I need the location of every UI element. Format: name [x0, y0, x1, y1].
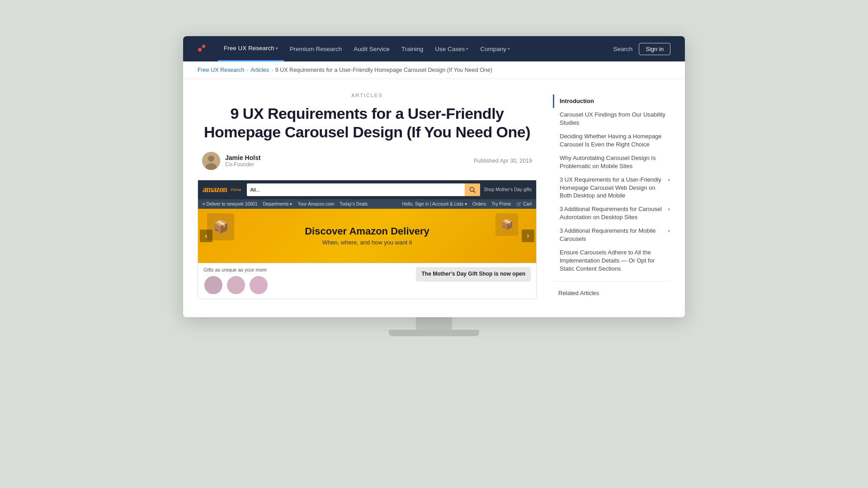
- table-of-contents: Introduction Carousel UX Findings from O…: [553, 93, 670, 299]
- logo-dot: [202, 45, 205, 48]
- avatar-image: [202, 152, 220, 170]
- toc-item-label: 3 UX Requirements for a User-Friendly Ho…: [560, 176, 665, 200]
- nav-link-label: Training: [401, 46, 423, 52]
- amazon-search-button: [465, 183, 480, 196]
- amazon-search-input[interactable]: [247, 183, 465, 196]
- monitor-frame: Baymard Institute Free UX Research ▾ Pre…: [183, 36, 685, 317]
- amazon-topbar: amazon Prime Shop Mother's Day gifts: [198, 180, 536, 199]
- author-info: Jamie Holst Co-Founder: [202, 152, 261, 170]
- toc-item-ensure-carousels[interactable]: Ensure Carousels Adhere to All the Imple…: [553, 246, 670, 276]
- amazon-shop-promo: Shop Mother's Day gifts: [484, 187, 532, 192]
- toc-item-label: Deciding Whether Having a Homepage Carou…: [560, 132, 670, 149]
- toc-divider: [553, 281, 670, 282]
- author-name: Jamie Holst: [225, 154, 261, 161]
- nav-link-premium-research[interactable]: Premium Research: [284, 36, 348, 61]
- chevron-down-icon: ▾: [668, 206, 670, 213]
- toc-item-label: 3 Additional Requirements for Mobile Car…: [560, 227, 665, 243]
- gifts-section: Gifts as unique as your mom: [203, 267, 411, 295]
- monitor-stand: [389, 317, 479, 336]
- signin-button[interactable]: Sign in: [639, 43, 670, 55]
- prime-label: Prime: [231, 188, 241, 192]
- amazon-bottom-row: Gifts as unique as your mom The Mother's…: [198, 263, 536, 299]
- chevron-down-icon: ▾: [508, 47, 510, 51]
- amazon-subnav: ≡ Deliver to newyork 10001 Departments ▾…: [198, 199, 536, 209]
- author-avatar: [202, 152, 220, 170]
- nav-link-use-cases[interactable]: Use Cases ▾: [429, 36, 474, 61]
- gift-circle-2: [226, 275, 246, 295]
- gifts-label: Gifts as unique as your mom: [203, 267, 411, 272]
- carousel-next-button[interactable]: ›: [522, 230, 534, 242]
- nav-link-label: Use Cases: [435, 46, 465, 52]
- breadcrumb: Free UX Research › Articles › 9 UX Requi…: [183, 61, 685, 79]
- site-logo[interactable]: Baymard Institute: [198, 44, 205, 53]
- nav-links: Free UX Research ▾ Premium Research Audi…: [218, 36, 613, 61]
- svg-point-1: [208, 155, 214, 162]
- nav-link-free-ux-research[interactable]: Free UX Research ▾: [218, 36, 284, 61]
- amazon-search-bar: [247, 183, 481, 196]
- mothers-day-title: The Mother's Day Gift Shop is now open: [421, 271, 525, 277]
- toc-item-label: 3 Additional Requirements for Carousel A…: [560, 205, 665, 221]
- amazon-banner-text: Discover Amazon Delivery When, where, an…: [305, 225, 429, 246]
- stand-base: [389, 330, 479, 336]
- toc-item-label: Ensure Carousels Adhere to All the Imple…: [560, 249, 670, 273]
- author-details: Jamie Holst Co-Founder: [225, 154, 261, 168]
- article-main: ARTICLES 9 UX Requirements for a User-Fr…: [198, 93, 537, 299]
- gifts-circles: [203, 275, 411, 295]
- toc-item-3-ux-requirements[interactable]: 3 UX Requirements for a User-Friendly Ho…: [553, 173, 670, 203]
- chevron-down-icon: ▾: [668, 228, 670, 235]
- article-title: 9 UX Requirements for a User-Friendly Ho…: [198, 104, 537, 142]
- amazon-logo: amazon: [203, 185, 227, 194]
- amazon-carousel-banner: 📦 Discover Amazon Delivery When, where, …: [198, 209, 536, 263]
- nav-link-training[interactable]: Training: [396, 36, 429, 61]
- toc-item-label: Introduction: [560, 97, 594, 105]
- nav-link-label: Free UX Research: [224, 45, 274, 52]
- logo-text: Baymard Institute: [198, 48, 202, 52]
- nav-link-audit-service[interactable]: Audit Service: [348, 36, 396, 61]
- chevron-down-icon: ▾: [276, 46, 278, 51]
- gift-circle-3: [249, 275, 269, 295]
- breadcrumb-separator: ›: [271, 67, 273, 73]
- nav-link-label: Audit Service: [354, 46, 390, 52]
- chevron-down-icon: ▾: [466, 47, 468, 51]
- toc-item-3-additional-mobile[interactable]: 3 Additional Requirements for Mobile Car…: [553, 224, 670, 246]
- publish-date: Published Apr 30, 2019: [474, 158, 532, 164]
- carousel-prev-button[interactable]: ‹: [200, 230, 212, 242]
- amazon-delivery-box-right: 📦: [495, 213, 518, 236]
- mothers-day-box: The Mother's Day Gift Shop is now open: [416, 267, 531, 282]
- toc-item-label: Why Autorotating Carousel Design Is Prob…: [560, 154, 670, 170]
- toc-item-deciding-whether[interactable]: Deciding Whether Having a Homepage Carou…: [553, 130, 670, 151]
- toc-related-articles[interactable]: Related Articles: [553, 287, 670, 299]
- nav-actions: Search Sign in: [613, 43, 670, 55]
- gift-circle-1: [203, 275, 223, 295]
- amazon-banner-title: Discover Amazon Delivery: [305, 225, 429, 237]
- toc-item-3-additional-desktop[interactable]: 3 Additional Requirements for Carousel A…: [553, 202, 670, 224]
- content-area: ARTICLES 9 UX Requirements for a User-Fr…: [183, 79, 685, 317]
- svg-line-4: [474, 191, 476, 192]
- article-category: ARTICLES: [198, 93, 537, 98]
- nav-link-label: Premium Research: [290, 46, 342, 52]
- toc-item-autorotating[interactable]: Why Autorotating Carousel Design Is Prob…: [553, 151, 670, 173]
- search-button[interactable]: Search: [613, 46, 632, 52]
- breadcrumb-link-articles[interactable]: Articles: [250, 67, 269, 73]
- amazon-banner-subtitle: When, where, and how you want it: [305, 239, 429, 246]
- breadcrumb-separator: ›: [247, 67, 249, 73]
- toc-item-label: Carousel UX Findings from Our Usability …: [560, 111, 670, 127]
- amazon-mockup: amazon Prime Shop Mother's Day gifts: [198, 180, 537, 299]
- author-row: Jamie Holst Co-Founder Published Apr 30,…: [198, 152, 537, 170]
- article-hero-image: amazon Prime Shop Mother's Day gifts: [198, 180, 537, 299]
- chevron-down-icon: ▾: [668, 177, 670, 183]
- author-role: Co-Founder: [225, 161, 261, 168]
- breadcrumb-current-page: 9 UX Requirements for a User-Friendly Ho…: [275, 67, 492, 73]
- toc-item-carousel-ux-findings[interactable]: Carousel UX Findings from Our Usability …: [553, 108, 670, 130]
- toc-item-introduction[interactable]: Introduction: [553, 94, 670, 108]
- main-nav: Baymard Institute Free UX Research ▾ Pre…: [183, 36, 685, 61]
- breadcrumb-link-free-ux-research[interactable]: Free UX Research: [198, 67, 245, 73]
- stand-neck: [416, 317, 452, 330]
- nav-link-label: Company: [480, 46, 506, 52]
- nav-link-company[interactable]: Company ▾: [474, 36, 516, 61]
